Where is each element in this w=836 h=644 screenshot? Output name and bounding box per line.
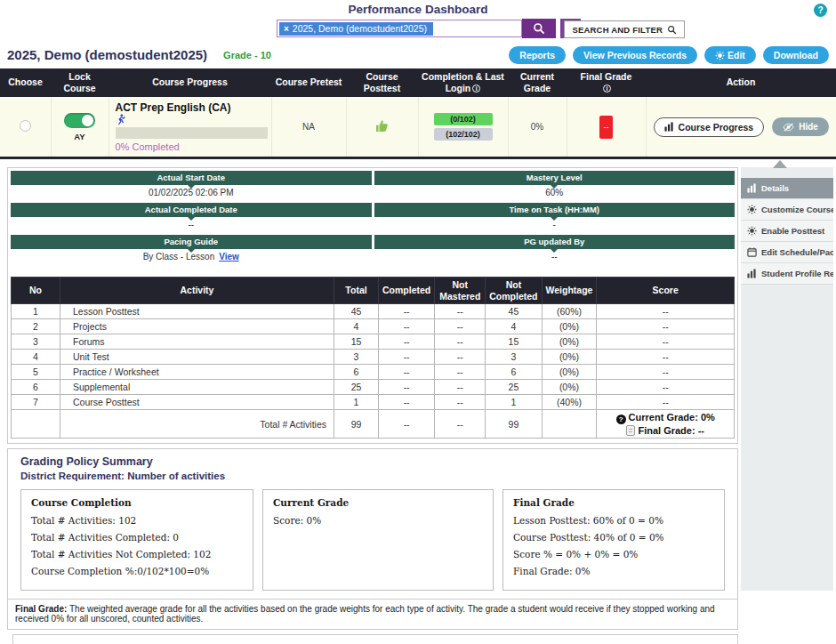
reports-button[interactable]: Reports <box>509 46 566 64</box>
actual-completed-date-label: Actual Completed Date <box>11 203 372 217</box>
total-row: Total # Activities 99 -- -- 99 ?Current … <box>12 410 735 439</box>
cell-score: -- <box>597 334 735 350</box>
course-progress-cell: ACT Prep English (CA) 0% Completed <box>109 97 271 158</box>
search-and-filter-button[interactable]: SEARCH AND FILTER <box>564 20 685 38</box>
activity-header-cell: Weightage <box>542 278 597 304</box>
cell-weightage: (0%) <box>542 350 597 365</box>
course-name: ACT Prep English (CA) <box>116 101 270 114</box>
cell-activity: Course Posttest <box>60 395 334 410</box>
cell-activity: Practice / Worksheet <box>60 365 334 380</box>
sidebar-item-student-profile-report[interactable]: Student Profile Report <box>741 263 833 285</box>
cell-total: 45 <box>334 304 379 319</box>
cell-weightage: (0%) <box>542 380 597 395</box>
cell-weightage: (0%) <box>542 365 597 380</box>
cell-total: 1 <box>334 395 379 410</box>
table-row: 1 Lesson Posttest 45 -- -- 45 (60%) -- <box>12 304 735 319</box>
actual-completed-date: Actual Completed Date -- <box>11 203 372 233</box>
edit-button[interactable]: Edit <box>704 46 756 64</box>
hide-button[interactable]: Hide <box>772 117 829 136</box>
table-row: 4 Unit Test 3 -- -- 3 (0%) -- <box>12 350 735 365</box>
total-activities-label: Total # Activities <box>60 410 334 439</box>
report-file-icon[interactable] <box>626 425 635 436</box>
popover-arrow-icon <box>773 160 787 168</box>
summary-line: Course Posttest: 40% of 0 = 0% <box>513 532 714 543</box>
toggle-knob <box>82 115 93 126</box>
page-title: Performance Dashboard <box>0 3 836 16</box>
summary-line: Course Completion %:0/102*100=0% <box>31 566 243 576</box>
course-completion-box: Course Completion Total # Activities: 10… <box>20 489 253 591</box>
info-icon[interactable]: i <box>472 85 480 93</box>
cell-completed: -- <box>379 304 435 319</box>
course-table-header: Choose Lock Course Course Progress Cours… <box>0 68 836 97</box>
cell-total: 4 <box>334 319 379 334</box>
cell-not-mastered: -- <box>435 319 486 334</box>
close-icon[interactable]: × <box>284 24 289 34</box>
cell-not-completed: 25 <box>486 380 542 395</box>
activity-table-body: 1 Lesson Posttest 45 -- -- 45 (60%) -- 2… <box>12 304 735 410</box>
cell-completed: -- <box>379 365 435 380</box>
cell-completed: -- <box>379 350 435 365</box>
total-empty <box>12 410 60 439</box>
sidebar-item-enable-posttest[interactable]: Enable Posttest <box>741 221 833 242</box>
thumbs-up-icon <box>375 119 389 133</box>
view-link[interactable]: View <box>219 252 239 262</box>
current-grade-summary: ?Current Grade: 0% <box>600 411 730 424</box>
final-grade-summary: Final Grade: -- <box>600 424 730 437</box>
current-grade-cell: 0% <box>508 97 567 158</box>
current-grade-title: Current Grade <box>273 497 483 508</box>
summary-line: Final Grade: 0% <box>513 566 714 576</box>
cell-not-mastered: -- <box>435 395 486 410</box>
col-choose: Choose <box>0 68 51 97</box>
cell-no: 3 <box>12 334 60 350</box>
course-actions-sidebar: Details Customize Course Enable Posttest… <box>741 167 833 591</box>
cell-total: 25 <box>334 380 379 395</box>
cell-not-mastered: -- <box>435 304 486 319</box>
choose-radio[interactable] <box>20 120 31 132</box>
progress-text: 0% Completed <box>116 141 270 152</box>
gears-icon <box>747 205 757 214</box>
sidebar-item-label: Details <box>761 183 789 193</box>
cell-completed: -- <box>379 380 435 395</box>
search-button[interactable] <box>522 19 556 38</box>
question-circle-icon[interactable]: ? <box>616 415 626 424</box>
details-column: Actual Start Date 01/02/2025 02:06 PM Ma… <box>7 167 738 644</box>
search-and-filter-label: SEARCH AND FILTER <box>572 25 663 35</box>
cell-weightage: (60%) <box>542 304 597 319</box>
cell-no: 6 <box>12 380 60 395</box>
action-cell: Course Progress Hide <box>646 97 836 158</box>
activity-header-cell: Completed <box>379 278 435 304</box>
help-icon[interactable]: ? <box>814 4 827 17</box>
lock-toggle[interactable] <box>64 113 95 128</box>
final-grade-title: Final Grade <box>513 497 714 508</box>
sidebar-item-label: Enable Posttest <box>761 226 824 236</box>
mastery-level: Mastery Level 60% <box>374 171 736 201</box>
actual-start-date-label: Actual Start Date <box>11 171 372 185</box>
table-row: 2 Projects 4 -- -- 4 (0%) -- <box>12 319 735 334</box>
cell-total: 6 <box>334 365 379 380</box>
activity-header-cell: Not Mastered <box>435 278 486 304</box>
time-on-task: Time on Task (HH:MM) - <box>374 203 736 233</box>
grade-summary-cell: ?Current Grade: 0% Final Grade: -- <box>597 410 735 439</box>
sidebar-item-edit-schedule-pacing[interactable]: Edit Schedule/Pacing <box>741 242 833 263</box>
sidebar-item-label: Student Profile Report <box>761 269 833 278</box>
pacing-guide-label: Pacing Guide <box>11 235 372 249</box>
info-icon[interactable]: i <box>603 85 611 93</box>
search-chip[interactable]: ×2025, Demo (demostudent2025) <box>279 22 433 36</box>
table-row: 3 Forums 15 -- -- 15 (0%) -- <box>12 334 735 350</box>
sidebar-item-details[interactable]: Details <box>741 178 833 199</box>
course-row: AY ACT Prep English (CA) 0% Completed NA <box>0 97 836 158</box>
edit-label: Edit <box>727 50 745 60</box>
view-previous-records-button[interactable]: View Previous Records <box>573 46 697 64</box>
download-button[interactable]: Download <box>763 46 829 64</box>
cell-not-mastered: -- <box>435 350 486 365</box>
col-course-posttest: Course Posttest <box>346 68 418 97</box>
search-input[interactable]: ×2025, Demo (demostudent2025) <box>277 20 522 37</box>
course-progress-button[interactable]: Course Progress <box>654 117 765 137</box>
course-details-panel: Actual Start Date 01/02/2025 02:06 PM Ma… <box>7 167 738 444</box>
cell-total: 3 <box>334 350 379 365</box>
sidebar-item-customize-course[interactable]: Customize Course <box>741 199 833 221</box>
col-current-grade: Current Grade <box>508 68 567 97</box>
actual-start-date: Actual Start Date 01/02/2025 02:06 PM <box>11 171 372 201</box>
progress-bar <box>116 127 268 139</box>
hide-button-label: Hide <box>799 122 818 132</box>
